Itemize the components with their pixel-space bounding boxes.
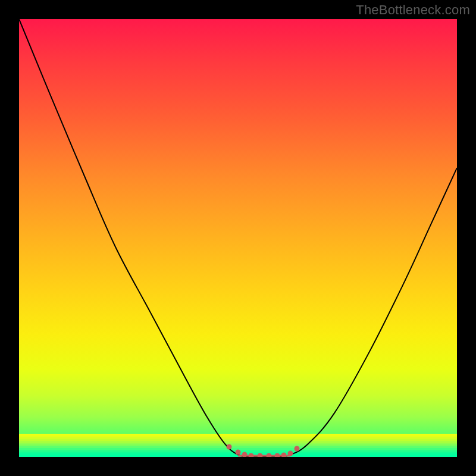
curve-marker bbox=[275, 453, 280, 458]
curve-marker bbox=[236, 450, 241, 455]
plot-area bbox=[19, 19, 457, 457]
curve-path bbox=[19, 19, 457, 457]
curve-marker bbox=[281, 452, 287, 457]
curve-marker bbox=[249, 453, 254, 458]
curve-marker bbox=[242, 452, 248, 457]
watermark-text: TheBottleneck.com bbox=[356, 2, 470, 18]
bottleneck-curve bbox=[19, 19, 457, 457]
curve-marker bbox=[257, 453, 262, 458]
curve-marker bbox=[288, 450, 293, 456]
curve-marker bbox=[266, 453, 271, 458]
chart-frame: TheBottleneck.com bbox=[0, 0, 476, 476]
curve-marker bbox=[227, 444, 232, 450]
curve-marker bbox=[295, 446, 300, 452]
